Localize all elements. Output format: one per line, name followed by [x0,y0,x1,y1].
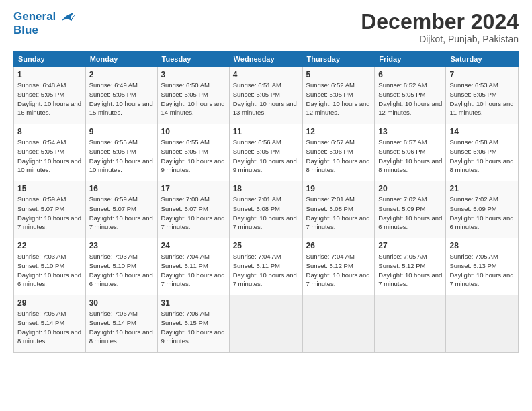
day-info: Sunrise: 6:59 AMSunset: 5:07 PMDaylight:… [89,195,153,230]
day-number: 5 [306,70,371,79]
day-number: 11 [233,127,299,136]
day-number: 26 [306,241,371,250]
calendar-cell [302,295,375,353]
day-info: Sunrise: 6:56 AMSunset: 5:05 PMDaylight:… [233,138,297,173]
day-number: 8 [17,127,82,136]
calendar-cell: 7 Sunrise: 6:53 AMSunset: 5:05 PMDayligh… [446,67,519,124]
calendar-cell: 8 Sunrise: 6:54 AMSunset: 5:05 PMDayligh… [14,124,86,181]
day-number: 6 [378,70,442,79]
calendar-cell: 16 Sunrise: 6:59 AMSunset: 5:07 PMDaylig… [85,181,157,238]
day-number: 19 [306,184,371,193]
day-number: 18 [233,184,299,193]
day-info: Sunrise: 7:03 AMSunset: 5:10 PMDaylight:… [17,253,81,287]
calendar-cell: 9 Sunrise: 6:55 AMSunset: 5:05 PMDayligh… [85,124,157,181]
day-info: Sunrise: 7:03 AMSunset: 5:10 PMDaylight:… [89,253,153,287]
day-number: 2 [89,70,154,79]
logo-general: General [13,10,56,23]
day-info: Sunrise: 7:05 AMSunset: 5:12 PMDaylight:… [378,253,442,287]
day-number: 9 [89,127,154,136]
day-number: 31 [161,298,226,308]
calendar-cell [229,295,302,353]
day-number: 13 [378,127,442,136]
week-row-3: 15 Sunrise: 6:59 AMSunset: 5:07 PMDaylig… [14,181,519,238]
calendar-cell: 10 Sunrise: 6:55 AMSunset: 5:05 PMDaylig… [157,124,229,181]
calendar-cell: 11 Sunrise: 6:56 AMSunset: 5:05 PMDaylig… [229,124,302,181]
week-row-2: 8 Sunrise: 6:54 AMSunset: 5:05 PMDayligh… [14,124,519,181]
day-info: Sunrise: 7:04 AMSunset: 5:12 PMDaylight:… [306,253,370,287]
calendar-cell: 1 Sunrise: 6:48 AMSunset: 5:05 PMDayligh… [14,67,86,124]
title-block: December 2024 Dijkot, Punjab, Pakistan [361,10,519,44]
day-info: Sunrise: 6:49 AMSunset: 5:05 PMDaylight:… [89,81,153,116]
col-monday: Monday [85,52,157,67]
day-info: Sunrise: 6:50 AMSunset: 5:05 PMDaylight:… [161,81,225,116]
day-number: 1 [17,70,82,79]
day-info: Sunrise: 7:05 AMSunset: 5:13 PMDaylight:… [449,253,513,287]
calendar-cell: 19 Sunrise: 7:01 AMSunset: 5:08 PMDaylig… [302,181,375,238]
day-number: 3 [161,70,226,79]
calendar-cell [446,295,519,353]
calendar-page: General Blue December 2024 Dijkot, Punja… [0,0,532,411]
day-number: 12 [306,127,371,136]
calendar-cell: 27 Sunrise: 7:05 AMSunset: 5:12 PMDaylig… [375,238,446,295]
week-row-1: 1 Sunrise: 6:48 AMSunset: 5:05 PMDayligh… [14,67,519,124]
calendar-cell: 24 Sunrise: 7:04 AMSunset: 5:11 PMDaylig… [157,238,229,295]
calendar-cell: 21 Sunrise: 7:02 AMSunset: 5:09 PMDaylig… [446,181,519,238]
calendar-cell: 22 Sunrise: 7:03 AMSunset: 5:10 PMDaylig… [14,238,86,295]
logo: General Blue [13,10,75,36]
day-info: Sunrise: 7:01 AMSunset: 5:08 PMDaylight:… [306,195,370,230]
calendar-cell [375,295,446,353]
col-tuesday: Tuesday [157,52,229,67]
day-info: Sunrise: 6:58 AMSunset: 5:06 PMDaylight:… [449,138,513,173]
day-number: 25 [233,241,299,250]
calendar-cell: 26 Sunrise: 7:04 AMSunset: 5:12 PMDaylig… [302,238,375,295]
calendar-cell: 31 Sunrise: 7:06 AMSunset: 5:15 PMDaylig… [157,295,229,353]
calendar-cell: 5 Sunrise: 6:52 AMSunset: 5:05 PMDayligh… [302,67,375,124]
calendar-cell: 6 Sunrise: 6:52 AMSunset: 5:05 PMDayligh… [375,67,446,124]
day-number: 16 [89,184,154,193]
day-number: 20 [378,184,442,193]
day-info: Sunrise: 6:54 AMSunset: 5:05 PMDaylight:… [17,138,81,173]
logo-blue: Blue [13,24,75,37]
day-info: Sunrise: 7:01 AMSunset: 5:08 PMDaylight:… [233,195,297,230]
calendar-table: Sunday Monday Tuesday Wednesday Thursday… [13,51,519,353]
day-number: 27 [378,241,442,250]
day-info: Sunrise: 7:04 AMSunset: 5:11 PMDaylight:… [233,253,297,287]
day-info: Sunrise: 6:59 AMSunset: 5:07 PMDaylight:… [17,195,81,230]
day-info: Sunrise: 6:48 AMSunset: 5:05 PMDaylight:… [17,81,81,116]
col-wednesday: Wednesday [229,52,302,67]
day-number: 23 [89,241,154,250]
col-thursday: Thursday [302,52,375,67]
calendar-cell: 30 Sunrise: 7:06 AMSunset: 5:14 PMDaylig… [85,295,157,353]
day-number: 28 [449,241,515,250]
day-number: 15 [17,184,82,193]
day-info: Sunrise: 7:06 AMSunset: 5:15 PMDaylight:… [161,310,225,345]
location: Dijkot, Punjab, Pakistan [361,34,519,44]
day-number: 14 [449,127,515,136]
calendar-cell: 25 Sunrise: 7:04 AMSunset: 5:11 PMDaylig… [229,238,302,295]
day-number: 21 [449,184,515,193]
col-sunday: Sunday [14,52,86,67]
day-info: Sunrise: 6:53 AMSunset: 5:05 PMDaylight:… [449,81,513,116]
day-info: Sunrise: 6:52 AMSunset: 5:05 PMDaylight:… [306,81,370,116]
calendar-cell: 29 Sunrise: 7:05 AMSunset: 5:14 PMDaylig… [14,295,86,353]
calendar-cell: 18 Sunrise: 7:01 AMSunset: 5:08 PMDaylig… [229,181,302,238]
day-info: Sunrise: 6:55 AMSunset: 5:05 PMDaylight:… [89,138,153,173]
day-info: Sunrise: 6:57 AMSunset: 5:06 PMDaylight:… [378,138,442,173]
calendar-cell: 14 Sunrise: 6:58 AMSunset: 5:06 PMDaylig… [446,124,519,181]
calendar-cell: 17 Sunrise: 7:00 AMSunset: 5:07 PMDaylig… [157,181,229,238]
day-number: 10 [161,127,226,136]
calendar-cell: 20 Sunrise: 7:02 AMSunset: 5:09 PMDaylig… [375,181,446,238]
day-info: Sunrise: 7:02 AMSunset: 5:09 PMDaylight:… [378,195,442,230]
day-number: 22 [17,241,82,250]
day-info: Sunrise: 7:00 AMSunset: 5:07 PMDaylight:… [161,195,225,230]
day-number: 29 [17,298,82,308]
header-row: Sunday Monday Tuesday Wednesday Thursday… [14,52,519,67]
day-number: 17 [161,184,226,193]
calendar-cell: 2 Sunrise: 6:49 AMSunset: 5:05 PMDayligh… [85,67,157,124]
day-info: Sunrise: 6:51 AMSunset: 5:05 PMDaylight:… [233,81,297,116]
day-info: Sunrise: 6:57 AMSunset: 5:06 PMDaylight:… [306,138,370,173]
calendar-cell: 13 Sunrise: 6:57 AMSunset: 5:06 PMDaylig… [375,124,446,181]
col-saturday: Saturday [446,52,519,67]
calendar-cell: 4 Sunrise: 6:51 AMSunset: 5:05 PMDayligh… [229,67,302,124]
logo-bird-icon [60,11,75,24]
